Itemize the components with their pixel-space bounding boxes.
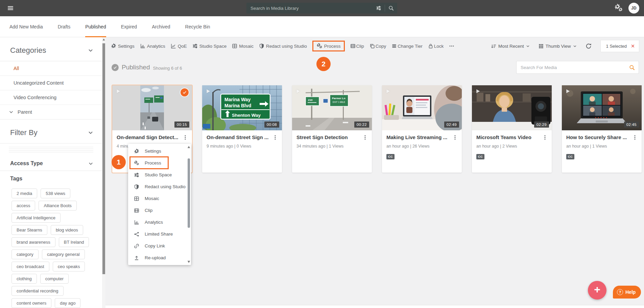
menu-item-copy-link[interactable]: Copy Link xyxy=(128,240,191,252)
search-filter-icon[interactable] xyxy=(376,5,381,11)
play-icon[interactable] xyxy=(475,88,481,94)
tag-chip[interactable]: Bear Stearns xyxy=(11,225,47,235)
tag-chip[interactable]: ceo speaks xyxy=(53,262,85,271)
tag-chip[interactable]: computer xyxy=(40,274,69,284)
kebab-menu-icon[interactable] xyxy=(272,135,278,140)
menu-item-redact-using-studio[interactable]: Redact using Studio xyxy=(128,181,191,193)
play-icon[interactable] xyxy=(565,88,571,94)
access-type-header[interactable]: Access Type xyxy=(0,155,102,171)
mosaic-button[interactable]: Mosaic xyxy=(232,43,254,49)
tab-expired[interactable]: Expired xyxy=(121,16,137,37)
tag-chip[interactable]: 538 views xyxy=(41,189,70,198)
menu-item-limited-share[interactable]: Limited Share xyxy=(128,228,191,240)
change-tier-button[interactable]: Change Tier xyxy=(391,43,423,49)
play-icon[interactable] xyxy=(295,88,301,94)
studio-space-button[interactable]: Studio Space xyxy=(192,43,226,49)
kebab-menu-icon[interactable] xyxy=(452,135,458,140)
tab-published[interactable]: Published xyxy=(85,16,106,37)
clip-button[interactable]: Clip xyxy=(350,43,364,49)
tag-chip[interactable]: ceo broadcast xyxy=(11,262,49,271)
scrollbar-thumb[interactable] xyxy=(188,158,190,228)
chevron-down-icon[interactable] xyxy=(9,110,14,114)
tag-chip[interactable]: Alliance Boots xyxy=(39,201,76,211)
tag-chip[interactable]: day ago xyxy=(55,298,80,308)
hamburger-menu-icon[interactable] xyxy=(7,5,14,11)
media-library-search[interactable] xyxy=(246,3,397,14)
view-dropdown[interactable]: Thumb View xyxy=(539,44,577,49)
tab-add-new-media[interactable]: Add New Media xyxy=(9,16,43,37)
lock-button[interactable]: Lock xyxy=(428,43,444,49)
process-button[interactable]: Process xyxy=(316,43,341,49)
scrollbar-thumb[interactable] xyxy=(102,43,105,274)
chevron-down-icon[interactable] xyxy=(88,161,93,166)
menu-scrollbar[interactable] xyxy=(187,145,190,264)
media-card[interactable]: 02:29 Microsoft Teams Video an hour ago … xyxy=(472,85,552,173)
video-thumbnail-dashcam-road[interactable]: 00:15 xyxy=(112,85,192,130)
tag-chip[interactable]: clothing xyxy=(11,274,37,284)
tag-chip[interactable]: confidential recording xyxy=(11,286,64,296)
tab-drafts[interactable]: Drafts xyxy=(58,16,70,37)
menu-item-process[interactable]: Process xyxy=(128,157,191,169)
menu-item-settings[interactable]: Settings xyxy=(128,145,191,157)
tag-chip[interactable]: 2 media xyxy=(11,189,37,198)
categories-header[interactable]: Categories xyxy=(0,37,102,61)
kebab-menu-icon[interactable] xyxy=(183,135,188,140)
scroll-up-icon[interactable] xyxy=(187,146,190,149)
video-title[interactable]: How to Securely Share ... xyxy=(566,134,627,141)
chevron-down-icon[interactable] xyxy=(88,130,93,135)
video-thumbnail-laptop-livestream[interactable]: 02:49 xyxy=(382,85,462,130)
chevron-down-icon[interactable] xyxy=(88,48,93,53)
category-uncategorized-content[interactable]: Uncategorized Content xyxy=(0,75,102,90)
kebab-menu-icon[interactable] xyxy=(542,135,548,140)
add-media-fab[interactable]: + xyxy=(588,281,606,300)
tag-chip[interactable]: access xyxy=(11,201,35,211)
redact-using-studio-button[interactable]: Redact using Studio xyxy=(259,43,307,49)
menu-item-clip[interactable]: Clip xyxy=(128,204,191,216)
clear-selection-icon[interactable] xyxy=(631,44,635,48)
video-title[interactable]: Making Live Streaming ... xyxy=(386,134,447,141)
kebab-menu-icon[interactable] xyxy=(632,135,638,140)
avatar[interactable]: JD xyxy=(628,3,639,14)
filter-by-header[interactable]: Filter By xyxy=(0,119,102,143)
tag-chip[interactable]: content owners xyxy=(11,298,51,308)
tag-chip[interactable]: category general xyxy=(42,249,85,259)
menu-item-analytics[interactable]: Analytics xyxy=(128,216,191,228)
more-actions-button[interactable] xyxy=(449,43,454,49)
settings-button[interactable]: Settings xyxy=(111,43,135,49)
menu-item-re-upload[interactable]: Re-upload xyxy=(128,252,191,264)
play-icon[interactable] xyxy=(115,88,121,94)
tag-chip[interactable]: category xyxy=(11,249,39,259)
tag-chip[interactable]: brand awareness xyxy=(11,237,55,247)
admin-gears-icon[interactable] xyxy=(614,4,623,13)
help-button[interactable]: ? Help xyxy=(613,286,641,299)
category-video-conferencing[interactable]: Video Conferencing xyxy=(0,90,102,105)
tag-chip[interactable]: BT Ireland xyxy=(59,237,89,247)
tag-chip[interactable]: Artificial Intelligence xyxy=(11,213,61,223)
scroll-up-icon[interactable] xyxy=(102,38,105,41)
video-thumbnail-marina-way-sign[interactable]: Marina Way Marina Blvd Shenton Way 00:08 xyxy=(202,85,282,130)
kebab-menu-icon[interactable] xyxy=(362,135,368,140)
media-filter-search[interactable] xyxy=(516,61,639,74)
video-title[interactable]: Microsoft Teams Video xyxy=(476,134,531,141)
search-icon[interactable] xyxy=(388,5,394,11)
video-title[interactable]: On-demand Street Sign ... xyxy=(207,134,268,141)
video-thumbnail-highway-signs[interactable]: 210 Parmer Ln EXIT 1 MILE 00:22 xyxy=(292,85,372,130)
menu-item-mosaic[interactable]: Mosaic xyxy=(128,193,191,204)
menu-item-studio-space[interactable]: Studio Space xyxy=(128,169,191,181)
media-card[interactable]: 02:49 Making Live Streaming ... an hour … xyxy=(382,85,462,173)
media-card[interactable]: 210 Parmer Ln EXIT 1 MILE 00:22 Street S… xyxy=(292,85,372,173)
copy-button[interactable]: Copy xyxy=(369,43,386,49)
refresh-icon[interactable] xyxy=(586,43,592,49)
video-thumbnail-presenter-studio[interactable]: 02:29 xyxy=(472,85,552,130)
category-parent[interactable]: Parent xyxy=(0,105,102,119)
media-filter-search-input[interactable] xyxy=(517,65,629,70)
media-library-search-input[interactable] xyxy=(246,6,376,11)
sidebar-scrollbar[interactable] xyxy=(102,37,105,308)
qoe-button[interactable]: QoE xyxy=(171,43,187,49)
selected-check-icon[interactable] xyxy=(181,88,189,96)
play-icon[interactable] xyxy=(385,88,391,94)
video-title[interactable]: Street Sign Detection xyxy=(296,134,348,141)
tab-recycle-bin[interactable]: Recycle Bin xyxy=(185,16,210,37)
tab-archived[interactable]: Archived xyxy=(152,16,170,37)
scroll-down-icon[interactable] xyxy=(187,260,190,263)
